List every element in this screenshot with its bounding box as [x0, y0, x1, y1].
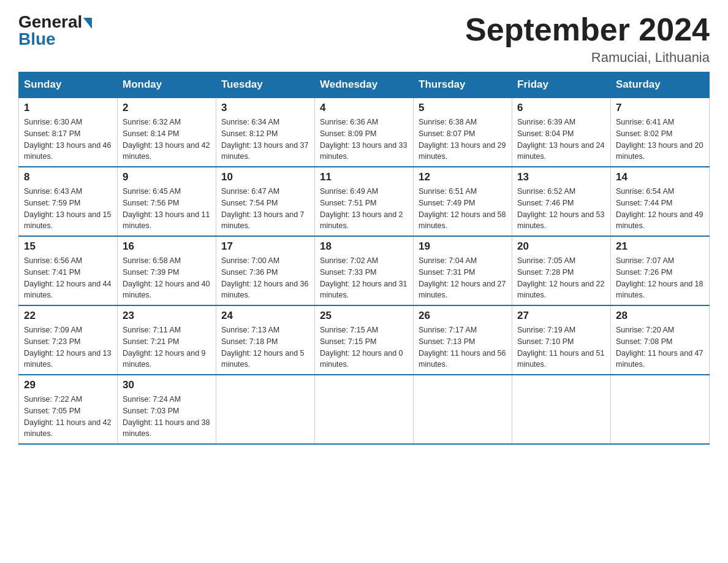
day-number: 10: [221, 171, 309, 183]
calendar-cell: 17 Sunrise: 7:00 AMSunset: 7:36 PMDaylig…: [216, 236, 315, 305]
day-number: 4: [320, 102, 408, 114]
day-info: Sunrise: 6:43 AMSunset: 7:59 PMDaylight:…: [24, 186, 112, 232]
calendar-cell: 23 Sunrise: 7:11 AMSunset: 7:21 PMDaylig…: [118, 305, 216, 375]
calendar-cell: 30 Sunrise: 7:24 AMSunset: 7:03 PMDaylig…: [118, 375, 216, 444]
day-number: 16: [123, 240, 211, 253]
day-number: 13: [517, 171, 605, 183]
day-number: 20: [517, 240, 605, 253]
calendar-cell: [512, 375, 611, 444]
logo-blue-text: Blue: [18, 29, 56, 49]
calendar-cell: 8 Sunrise: 6:43 AMSunset: 7:59 PMDayligh…: [19, 167, 118, 236]
day-info: Sunrise: 6:32 AMSunset: 8:14 PMDaylight:…: [123, 117, 211, 163]
day-info: Sunrise: 7:13 AMSunset: 7:18 PMDaylight:…: [221, 324, 309, 370]
day-number: 27: [517, 310, 605, 322]
day-number: 15: [24, 240, 112, 253]
calendar-week-3: 15 Sunrise: 6:56 AMSunset: 7:41 PMDaylig…: [19, 236, 710, 305]
day-info: Sunrise: 6:41 AMSunset: 8:02 PMDaylight:…: [616, 117, 704, 163]
day-number: 12: [419, 171, 507, 183]
day-info: Sunrise: 6:52 AMSunset: 7:46 PMDaylight:…: [517, 186, 605, 232]
day-number: 2: [123, 102, 211, 114]
header-saturday: Saturday: [611, 72, 710, 98]
day-number: 3: [221, 102, 309, 114]
day-number: 28: [616, 310, 704, 322]
day-number: 23: [123, 310, 211, 322]
calendar-cell: 9 Sunrise: 6:45 AMSunset: 7:56 PMDayligh…: [118, 167, 216, 236]
calendar-week-2: 8 Sunrise: 6:43 AMSunset: 7:59 PMDayligh…: [19, 167, 710, 236]
calendar-cell: 18 Sunrise: 7:02 AMSunset: 7:33 PMDaylig…: [315, 236, 414, 305]
calendar-cell: 2 Sunrise: 6:32 AMSunset: 8:14 PMDayligh…: [118, 98, 216, 167]
calendar-cell: 5 Sunrise: 6:38 AMSunset: 8:07 PMDayligh…: [414, 98, 512, 167]
day-number: 19: [419, 240, 507, 253]
calendar-cell: 28 Sunrise: 7:20 AMSunset: 7:08 PMDaylig…: [611, 305, 710, 375]
day-info: Sunrise: 7:07 AMSunset: 7:26 PMDaylight:…: [616, 255, 704, 301]
page-header: General Blue September 2024 Ramuciai, Li…: [18, 12, 710, 66]
day-info: Sunrise: 7:05 AMSunset: 7:28 PMDaylight:…: [517, 255, 605, 301]
day-number: 18: [320, 240, 408, 253]
calendar-header-row: Sunday Monday Tuesday Wednesday Thursday…: [19, 72, 710, 98]
calendar-cell: 26 Sunrise: 7:17 AMSunset: 7:13 PMDaylig…: [414, 305, 512, 375]
calendar-cell: 13 Sunrise: 6:52 AMSunset: 7:46 PMDaylig…: [512, 167, 611, 236]
calendar-cell: 24 Sunrise: 7:13 AMSunset: 7:18 PMDaylig…: [216, 305, 315, 375]
day-info: Sunrise: 7:09 AMSunset: 7:23 PMDaylight:…: [24, 324, 112, 370]
calendar-cell: 3 Sunrise: 6:34 AMSunset: 8:12 PMDayligh…: [216, 98, 315, 167]
day-info: Sunrise: 7:17 AMSunset: 7:13 PMDaylight:…: [419, 324, 507, 370]
day-info: Sunrise: 7:04 AMSunset: 7:31 PMDaylight:…: [419, 255, 507, 301]
day-number: 8: [24, 171, 112, 183]
calendar-cell: 4 Sunrise: 6:36 AMSunset: 8:09 PMDayligh…: [315, 98, 414, 167]
day-info: Sunrise: 7:11 AMSunset: 7:21 PMDaylight:…: [123, 324, 211, 370]
calendar-cell: 25 Sunrise: 7:15 AMSunset: 7:15 PMDaylig…: [315, 305, 414, 375]
day-info: Sunrise: 7:20 AMSunset: 7:08 PMDaylight:…: [616, 324, 704, 370]
day-number: 7: [616, 102, 704, 114]
calendar-cell: 12 Sunrise: 6:51 AMSunset: 7:49 PMDaylig…: [414, 167, 512, 236]
header-thursday: Thursday: [414, 72, 512, 98]
calendar-week-4: 22 Sunrise: 7:09 AMSunset: 7:23 PMDaylig…: [19, 305, 710, 375]
calendar-week-1: 1 Sunrise: 6:30 AMSunset: 8:17 PMDayligh…: [19, 98, 710, 167]
calendar-cell: 27 Sunrise: 7:19 AMSunset: 7:10 PMDaylig…: [512, 305, 611, 375]
header-sunday: Sunday: [19, 72, 118, 98]
day-number: 11: [320, 171, 408, 183]
day-number: 24: [221, 310, 309, 322]
calendar-cell: [611, 375, 710, 444]
day-number: 1: [24, 102, 112, 114]
day-info: Sunrise: 6:45 AMSunset: 7:56 PMDaylight:…: [123, 186, 211, 232]
calendar-cell: 6 Sunrise: 6:39 AMSunset: 8:04 PMDayligh…: [512, 98, 611, 167]
calendar-cell: 15 Sunrise: 6:56 AMSunset: 7:41 PMDaylig…: [19, 236, 118, 305]
day-info: Sunrise: 6:39 AMSunset: 8:04 PMDaylight:…: [517, 117, 605, 163]
day-info: Sunrise: 6:49 AMSunset: 7:51 PMDaylight:…: [320, 186, 408, 232]
calendar-cell: [315, 375, 414, 444]
day-number: 21: [616, 240, 704, 253]
day-info: Sunrise: 7:19 AMSunset: 7:10 PMDaylight:…: [517, 324, 605, 370]
header-friday: Friday: [512, 72, 611, 98]
calendar-cell: 16 Sunrise: 6:58 AMSunset: 7:39 PMDaylig…: [118, 236, 216, 305]
calendar-cell: 29 Sunrise: 7:22 AMSunset: 7:05 PMDaylig…: [19, 375, 118, 444]
day-number: 22: [24, 310, 112, 322]
day-info: Sunrise: 7:22 AMSunset: 7:05 PMDaylight:…: [24, 394, 112, 440]
day-number: 29: [24, 379, 112, 391]
day-info: Sunrise: 6:36 AMSunset: 8:09 PMDaylight:…: [320, 117, 408, 163]
day-number: 6: [517, 102, 605, 114]
day-info: Sunrise: 6:38 AMSunset: 8:07 PMDaylight:…: [419, 117, 507, 163]
day-info: Sunrise: 6:34 AMSunset: 8:12 PMDaylight:…: [221, 117, 309, 163]
calendar-cell: [216, 375, 315, 444]
day-number: 17: [221, 240, 309, 253]
day-number: 25: [320, 310, 408, 322]
calendar-cell: 1 Sunrise: 6:30 AMSunset: 8:17 PMDayligh…: [19, 98, 118, 167]
day-info: Sunrise: 7:24 AMSunset: 7:03 PMDaylight:…: [123, 394, 211, 440]
title-section: September 2024 Ramuciai, Lithuania: [465, 12, 710, 66]
month-title: September 2024: [465, 12, 710, 47]
day-info: Sunrise: 6:56 AMSunset: 7:41 PMDaylight:…: [24, 255, 112, 301]
day-info: Sunrise: 6:47 AMSunset: 7:54 PMDaylight:…: [221, 186, 309, 232]
day-info: Sunrise: 6:58 AMSunset: 7:39 PMDaylight:…: [123, 255, 211, 301]
logo: General Blue: [18, 12, 92, 49]
calendar-cell: 11 Sunrise: 6:49 AMSunset: 7:51 PMDaylig…: [315, 167, 414, 236]
day-info: Sunrise: 6:30 AMSunset: 8:17 PMDaylight:…: [24, 117, 112, 163]
calendar-cell: 20 Sunrise: 7:05 AMSunset: 7:28 PMDaylig…: [512, 236, 611, 305]
day-info: Sunrise: 7:15 AMSunset: 7:15 PMDaylight:…: [320, 324, 408, 370]
header-monday: Monday: [118, 72, 216, 98]
calendar-cell: 10 Sunrise: 6:47 AMSunset: 7:54 PMDaylig…: [216, 167, 315, 236]
calendar-cell: 22 Sunrise: 7:09 AMSunset: 7:23 PMDaylig…: [19, 305, 118, 375]
logo-arrow-icon: [83, 18, 92, 29]
day-number: 9: [123, 171, 211, 183]
location: Ramuciai, Lithuania: [465, 50, 710, 66]
day-number: 5: [419, 102, 507, 114]
